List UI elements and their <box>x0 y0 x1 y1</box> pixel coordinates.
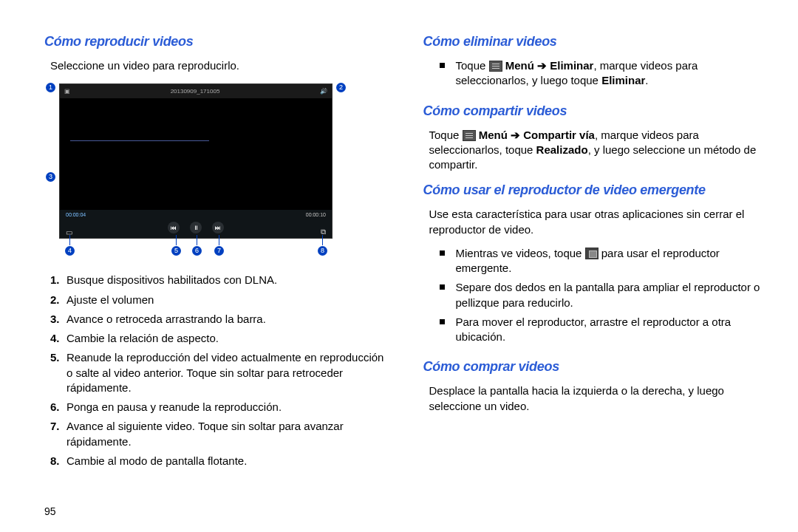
done-label: Realizado <box>536 143 588 156</box>
intro-play: Seleccione un video para reproducirlo. <box>50 58 390 73</box>
list-item: Cambie al modo de pantalla flotante. <box>50 454 390 468</box>
heading-delete-videos: Cómo eliminar videos <box>423 34 769 50</box>
popup-list: Mientras ve videos, toque para usar el r… <box>440 246 769 349</box>
callout-6: 6 <box>192 246 202 256</box>
callout-5: 5 <box>171 246 181 256</box>
list-item: Reanude la reproducción del video actual… <box>50 350 390 395</box>
player-viewport <box>60 98 332 210</box>
list-item: Avance o retroceda arrastrando la barra. <box>50 312 390 327</box>
final-label: Eliminar <box>601 74 645 86</box>
text: Toque <box>456 59 489 72</box>
time-elapsed: 00:00:04 <box>66 212 86 217</box>
heading-popup-player: Cómo usar el reproductor de video emerge… <box>423 183 769 198</box>
player-filename: 20130909_171005 <box>171 88 220 95</box>
right-column: Cómo eliminar videos Toque Menú ➔ Elimin… <box>412 30 777 517</box>
text: Mientras ve videos, toque <box>456 247 585 259</box>
callout-8: 8 <box>318 246 327 256</box>
callout-7: 7 <box>214 246 224 256</box>
callout-2: 2 <box>336 83 346 92</box>
list-item: Busque dispositivos habilitados con DLNA… <box>50 273 390 287</box>
player-controls-bar: 00:00:04 00:00:10 ▭ ⏮ ⏸ ⏭ ⧉ <box>60 210 332 238</box>
next-button: ⏭ <box>212 222 224 233</box>
arrow-icon: ➔ <box>537 59 547 72</box>
heading-play-videos: Cómo reproducir videos <box>44 34 390 50</box>
heading-share-videos: Cómo compartir videos <box>423 103 769 119</box>
list-item: Toque Menú ➔ Eliminar, marque videos par… <box>440 58 769 89</box>
list-item: Avance al siguiente video. Toque sin sol… <box>50 419 390 449</box>
callouts-below: 4 5 6 7 8 <box>59 239 332 259</box>
video-player-figure: 1 2 3 ▣ 20130909_171005 🔊 00:00:04 00:00… <box>59 83 332 259</box>
action-label: Eliminar <box>547 59 593 72</box>
popup-intro: Use esta característica para usar otras … <box>429 207 769 237</box>
time-total: 00:00:10 <box>306 212 326 217</box>
dlna-icon: ▣ <box>64 88 70 95</box>
prev-button: ⏮ <box>168 222 180 233</box>
list-item: Para mover el reproductor, arrastre el r… <box>440 315 769 345</box>
list-item: Ponga en pausa y reanude la reproducción… <box>50 400 390 415</box>
video-player: ▣ 20130909_171005 🔊 00:00:04 00:00:10 ▭ … <box>59 83 332 239</box>
arrow-icon: ➔ <box>511 129 520 141</box>
buy-paragraph: Desplace la pantalla hacia la izquierda … <box>429 383 769 414</box>
left-column: Cómo reproducir videos Seleccione un vid… <box>44 30 412 517</box>
pause-button: ⏸ <box>190 222 202 233</box>
player-titlebar: ▣ 20130909_171005 🔊 <box>60 84 332 98</box>
steps-list: Busque dispositivos habilitados con DLNA… <box>50 273 390 473</box>
text: . <box>645 74 648 86</box>
seek-guide-line <box>70 140 209 141</box>
delete-list: Toque Menú ➔ Eliminar, marque videos par… <box>440 58 769 93</box>
menu-label: Menú <box>476 129 511 141</box>
menu-icon <box>489 61 502 72</box>
popup-player-icon <box>585 248 598 259</box>
menu-label: Menú <box>502 59 538 72</box>
menu-icon <box>463 130 476 141</box>
list-item: Ajuste el volumen <box>50 293 390 307</box>
callout-1: 1 <box>46 83 55 92</box>
page-number: 95 <box>44 495 390 517</box>
action-label: Compartir vía <box>520 129 595 141</box>
list-item: Separe dos dedos en la pantalla para amp… <box>440 280 769 310</box>
callout-4: 4 <box>65 246 75 256</box>
list-item: Cambie la relación de aspecto. <box>50 331 390 346</box>
list-item: Mientras ve videos, toque para usar el r… <box>440 246 769 276</box>
heading-buy-videos: Cómo comprar videos <box>423 359 769 375</box>
callout-3: 3 <box>46 172 55 182</box>
volume-icon: 🔊 <box>320 88 327 95</box>
text: Toque <box>429 129 463 141</box>
share-paragraph: Toque Menú ➔ Compartir vía, marque video… <box>429 128 769 173</box>
